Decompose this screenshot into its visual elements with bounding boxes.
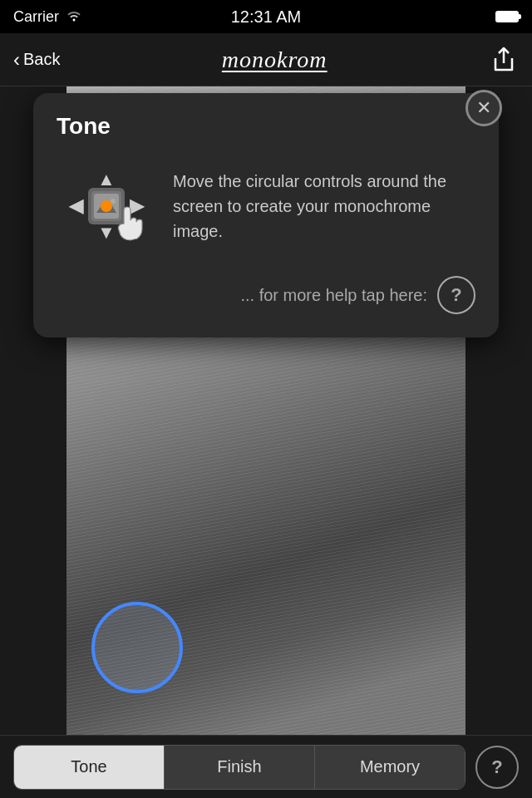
share-button[interactable] (489, 45, 519, 75)
status-right (495, 11, 519, 22)
arrow-left-icon: ◀ (69, 195, 83, 217)
hand-cursor-icon (109, 200, 150, 250)
move-illustration: ▲ ▼ ◀ ▶ (57, 156, 156, 256)
tooltip-body-text: Move the circular controls around the sc… (173, 169, 475, 244)
help-icon: ? (451, 284, 461, 306)
move-icon: ▲ ▼ ◀ ▶ (69, 169, 144, 244)
finish-tab-label: Finish (217, 757, 261, 776)
help-prompt-text: ... for more help tap here: (240, 286, 427, 305)
tooltip-popup: ✕ Tone ▲ ▼ ◀ ▶ (33, 93, 499, 337)
wifi-icon (66, 8, 82, 26)
finish-tab[interactable]: Finish (164, 746, 314, 789)
svg-line-8 (124, 355, 362, 386)
status-time: 12:31 AM (231, 7, 302, 27)
memory-tab-label: Memory (360, 757, 420, 776)
battery-icon (495, 11, 519, 22)
bottom-help-button[interactable]: ? (475, 746, 519, 789)
help-circle-button[interactable]: ? (437, 276, 475, 314)
svg-rect-12 (367, 330, 413, 386)
tooltip-body: ▲ ▼ ◀ ▶ (57, 156, 475, 256)
blue-tone-circle[interactable] (91, 602, 183, 693)
back-button[interactable]: ‹ Back (13, 48, 60, 71)
svg-line-9 (129, 370, 357, 401)
back-chevron-icon: ‹ (13, 48, 20, 71)
app-title: monokrom (222, 47, 328, 73)
close-tooltip-button[interactable]: ✕ (466, 90, 502, 126)
status-bar: Carrier 12:31 AM (0, 0, 532, 33)
svg-line-10 (135, 386, 352, 416)
back-label: Back (23, 50, 60, 69)
tooltip-title: Tone (57, 113, 475, 140)
help-row: ... for more help tap here: ? (57, 276, 475, 314)
bottom-tab-bar: Tone Finish Memory ? (0, 735, 532, 798)
main-content: ✕ Tone ▲ ▼ ◀ ▶ (0, 86, 532, 735)
tone-tab-label: Tone (71, 757, 106, 776)
svg-point-11 (73, 446, 417, 487)
tone-tab[interactable]: Tone (14, 746, 164, 789)
status-left: Carrier (13, 8, 82, 26)
svg-line-7 (119, 340, 367, 371)
tab-group: Tone Finish Memory (13, 745, 466, 790)
nav-bar: ‹ Back monokrom (0, 33, 532, 86)
bottom-help-icon: ? (491, 756, 502, 778)
close-icon: ✕ (476, 97, 491, 119)
carrier-label: Carrier (13, 8, 59, 26)
memory-tab[interactable]: Memory (314, 746, 465, 789)
